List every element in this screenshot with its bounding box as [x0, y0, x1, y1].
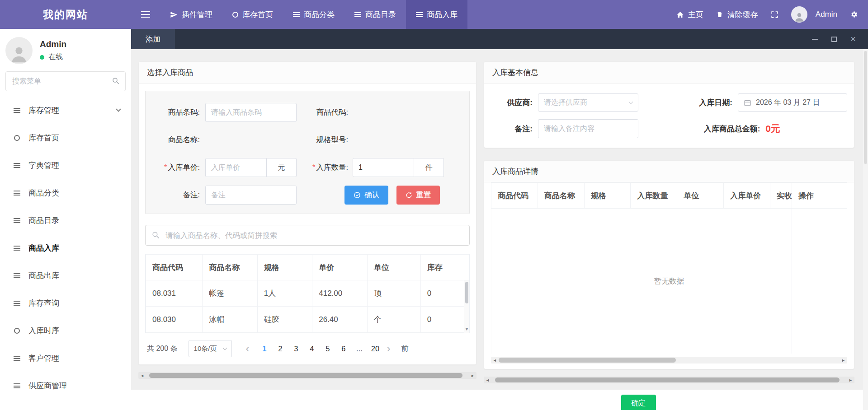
sidebar-item-label: 库存首页	[28, 133, 59, 143]
scroll-left-icon[interactable]: ◄	[491, 357, 499, 363]
scrollbar-thumb[interactable]	[499, 358, 676, 363]
page-size-select[interactable]: 10条/页	[189, 340, 232, 357]
scroll-left-icon[interactable]: ◄	[484, 377, 491, 383]
submit-button[interactable]: 确定	[621, 395, 656, 410]
nav-item-inventory-home[interactable]: 库存首页	[222, 0, 283, 29]
footer-bar: 确定	[131, 390, 868, 410]
total-amount-value: 0元	[765, 122, 780, 135]
scrollbar-thumb[interactable]	[864, 51, 867, 164]
page-number[interactable]: 4	[304, 341, 320, 356]
date-value: 2026 年 03 月 27 日	[756, 98, 820, 107]
page-jump-label: 前	[401, 344, 408, 354]
scroll-right-icon[interactable]: ►	[847, 377, 854, 383]
user-menu[interactable]: Admin	[785, 0, 844, 29]
qty-input-group: 件	[353, 158, 444, 177]
nav-item-product-catalog[interactable]: 商品目录	[344, 0, 406, 29]
inbound-info-panel: 入库基本信息 供应商: 请选择供应商 入库日期:	[484, 61, 854, 148]
scrollbar-thumb[interactable]	[149, 373, 462, 378]
trash-icon	[716, 11, 723, 18]
sidebar-item-inventory-home[interactable]: 库存首页	[0, 124, 131, 152]
avatar[interactable]	[5, 37, 33, 64]
scroll-left-icon[interactable]: ◄	[138, 372, 146, 379]
scroll-right-icon[interactable]: ►	[840, 357, 847, 363]
minimize-button[interactable]	[806, 29, 825, 49]
list-icon	[13, 301, 21, 306]
sidebar-item-dictionary[interactable]: 字典管理	[0, 152, 131, 179]
scroll-right-icon[interactable]: ►	[469, 372, 476, 379]
sidebar-user-card: Admin 在线	[0, 29, 131, 70]
prev-page-button[interactable]: ‹	[242, 342, 253, 355]
scrollbar-thumb[interactable]	[495, 377, 840, 382]
column-header: 商品名称	[538, 183, 584, 209]
supplier-label: 供应商:	[491, 98, 538, 108]
hamburger-button[interactable]	[131, 0, 160, 29]
date-picker[interactable]: 2026 年 03 月 27 日	[738, 93, 847, 112]
clear-cache-button[interactable]: 清除缓存	[710, 0, 764, 29]
paper-plane-icon	[170, 11, 178, 19]
caret-down-icon[interactable]: ▼	[465, 327, 469, 333]
fullscreen-icon	[771, 11, 778, 19]
note-label: 备注:	[154, 190, 205, 200]
price-input[interactable]	[205, 158, 267, 177]
nav-item-label: 库存首页	[242, 9, 273, 20]
next-page-button[interactable]: ›	[383, 342, 394, 355]
sidebar-item-product-catalog[interactable]: 商品目录	[0, 207, 131, 234]
list-icon	[13, 163, 21, 168]
page-number[interactable]: 6	[335, 341, 351, 356]
window-vertical-scrollbar[interactable]	[863, 49, 868, 410]
page-number[interactable]: 20	[367, 341, 383, 356]
sidebar-item-product-category[interactable]: 商品分类	[0, 179, 131, 207]
required-mark: *	[312, 163, 315, 171]
left-horizontal-scrollbar[interactable]: ◄ ►	[138, 372, 476, 379]
fullscreen-button[interactable]	[764, 0, 785, 29]
menu-search-input[interactable]	[5, 71, 126, 91]
scrollbar-thumb[interactable]	[465, 282, 468, 303]
inbound-note-input[interactable]	[538, 119, 638, 138]
total-amount-group: 入库商品总金额: 0元	[704, 122, 780, 135]
sidebar-item-inventory-query[interactable]: 库存查询	[0, 289, 131, 317]
settings-button[interactable]	[844, 0, 864, 29]
panel-title: 入库基本信息	[484, 62, 854, 84]
page-number[interactable]: 3	[288, 341, 304, 356]
sidebar-item-supplier-management[interactable]: 供应商管理	[0, 372, 131, 400]
sidebar-item-product-inbound[interactable]: 商品入库	[0, 234, 131, 262]
nav-item-product-inbound[interactable]: 商品入库	[406, 0, 467, 29]
right-horizontal-scrollbar[interactable]: ◄ ►	[484, 377, 854, 383]
details-horizontal-scrollbar[interactable]: ◄ ►	[491, 357, 847, 363]
maximize-button[interactable]	[825, 29, 844, 49]
table-vertical-scrollbar[interactable]: ▼	[464, 280, 469, 333]
sidebar-item-inventory-management[interactable]: 库存管理	[0, 97, 131, 124]
page-number[interactable]: 1	[256, 341, 272, 356]
nav-item-plugin[interactable]: 插件管理	[160, 0, 222, 29]
home-link[interactable]: 主页	[670, 0, 710, 29]
form-buttons: 确认 重置	[344, 186, 440, 205]
page-number[interactable]: 2	[272, 341, 288, 356]
user-name: Admin	[40, 39, 66, 49]
note-input[interactable]	[205, 186, 297, 205]
table-row[interactable]: 08.030 泳帽 硅胶 26.40 个 0	[146, 307, 469, 333]
check-circle-icon	[354, 191, 361, 199]
brand-logo[interactable]: 我的网站	[0, 0, 131, 29]
nav-item-product-category[interactable]: 商品分类	[283, 0, 344, 29]
supplier-select[interactable]: 请选择供应商	[538, 93, 638, 112]
reset-button[interactable]: 重置	[396, 186, 440, 205]
confirm-button[interactable]: 确认	[344, 186, 388, 205]
product-search-input[interactable]	[145, 225, 470, 246]
page-number[interactable]: 5	[320, 341, 335, 356]
column-header: 库存	[420, 255, 469, 280]
sidebar-item-inbound-timeline[interactable]: 入库时序	[0, 317, 131, 345]
barcode-input[interactable]	[205, 103, 297, 122]
search-icon[interactable]	[112, 77, 120, 85]
table-row[interactable]: 08.031 帐篷 1人 412.00 顶 0	[146, 280, 469, 307]
avatar	[791, 6, 807, 23]
sidebar-item-customer-management[interactable]: 客户管理	[0, 345, 131, 372]
pagination: 共 200 条 10条/页 ‹ 1 2 3 4	[145, 340, 470, 357]
qty-input[interactable]	[353, 158, 414, 177]
close-button[interactable]: ×	[844, 29, 863, 49]
tab-add[interactable]: 添加	[131, 29, 175, 49]
sidebar-item-label: 商品分类	[28, 188, 59, 198]
panel-title: 选择入库商品	[139, 62, 476, 84]
page-ellipsis[interactable]: ...	[351, 341, 367, 356]
sidebar-item-product-outbound[interactable]: 商品出库	[0, 262, 131, 289]
sidebar-item-label: 客户管理	[28, 353, 59, 363]
